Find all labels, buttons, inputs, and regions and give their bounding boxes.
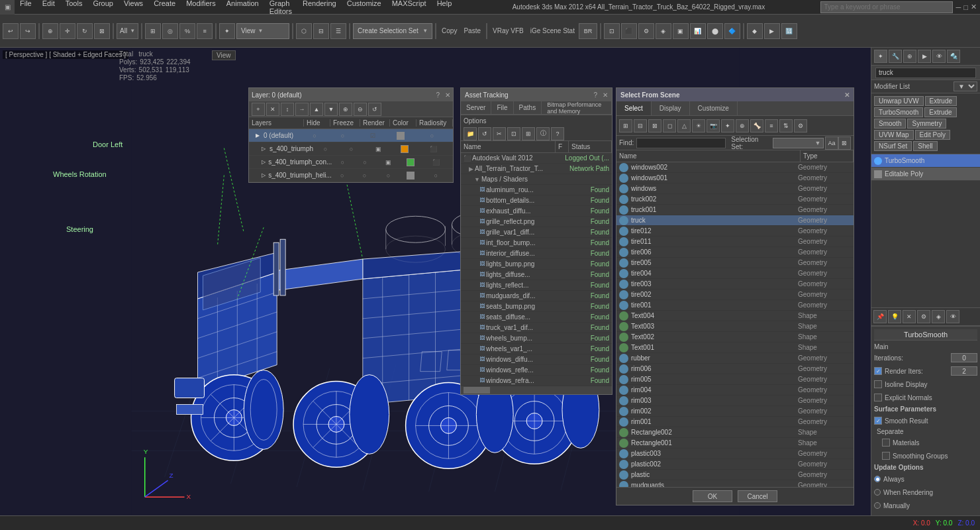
asset-file-interior[interactable]: 🖼interior_diffuse...Found <box>461 248 612 259</box>
maximize-icon[interactable]: □ <box>963 3 968 11</box>
scene-select-all-btn[interactable]: ⊞ <box>619 119 632 132</box>
asset-select-btn[interactable]: ⊡ <box>507 127 520 140</box>
selection-set-dropdown[interactable]: Create Selection Set ▼ <box>353 23 432 39</box>
color-swatch3[interactable] <box>401 158 422 166</box>
menu-customize[interactable]: Customize <box>342 0 387 17</box>
shell-btn[interactable]: Shell <box>913 141 937 151</box>
scene-item-rim001[interactable]: rim001Geometry <box>616 417 854 427</box>
material-editor-btn[interactable]: ◈ <box>656 23 671 39</box>
search-input[interactable] <box>820 1 953 13</box>
scene-case-btn[interactable]: Aa <box>825 136 838 150</box>
configure-btn[interactable]: ⚙ <box>917 310 930 323</box>
scene-item-rim004[interactable]: rim004Geometry <box>616 385 854 396</box>
unwrap-uvw-btn[interactable]: Unwrap UVW <box>874 96 924 106</box>
schematic-btn[interactable]: 🔷 <box>724 23 740 39</box>
object-name-input[interactable] <box>875 68 976 78</box>
freeze-toggle2[interactable]: ○ <box>338 146 365 152</box>
scene-item-rim006[interactable]: rim006Geometry <box>616 364 854 374</box>
snap-btn[interactable]: ⊞ <box>145 23 161 39</box>
quick-render-btn[interactable]: ⬛ <box>621 23 637 39</box>
scene-filter-bone-btn[interactable]: 🦴 <box>750 119 763 132</box>
asset-file-grille-var[interactable]: 🖼grille_var1_diff...Found <box>461 227 612 238</box>
scene-filter-helper-btn[interactable]: ✦ <box>721 119 734 132</box>
asset-tab-paths[interactable]: Paths <box>514 101 542 114</box>
menu-group[interactable]: Group <box>87 0 119 17</box>
scene-item-mudguards[interactable]: mudguardsGeometry <box>616 480 854 487</box>
isoline-checkbox[interactable] <box>874 380 882 388</box>
scene-filter-geo-btn[interactable]: ◻ <box>663 119 676 132</box>
scene-item-windows[interactable]: windowsGeometry <box>616 184 854 194</box>
scene-item-rim003[interactable]: rim003Geometry <box>616 396 854 406</box>
scene-item-tire001[interactable]: tire001Geometry <box>616 300 854 311</box>
render-frame-btn[interactable]: ▣ <box>673 23 689 39</box>
asset-file-alum[interactable]: 🖼aluminum_rou...Found <box>461 185 612 195</box>
color-swatch2[interactable] <box>393 145 417 153</box>
layer-manager-btn[interactable]: ☰ <box>330 23 346 39</box>
remove-mod-btn[interactable]: ✕ <box>903 310 916 323</box>
render-toggle3[interactable]: ▣ <box>377 159 401 166</box>
scene-item-text003[interactable]: Text003Shape <box>616 321 854 332</box>
scene-filter-space-btn[interactable]: ⊕ <box>736 119 749 132</box>
show-result-btn[interactable]: 👁 <box>946 310 959 323</box>
scene-cancel-btn[interactable]: Cancel <box>738 490 777 502</box>
scene-item-truck001[interactable]: truck001Geometry <box>616 205 854 215</box>
symmetry-btn[interactable]: Symmetry <box>907 119 946 129</box>
asset-strip-btn[interactable]: ✂ <box>493 127 506 140</box>
menu-edit[interactable]: Edit <box>37 0 60 17</box>
asset-close-btn[interactable]: ✕ <box>603 91 608 99</box>
rotate-btn[interactable]: ↻ <box>77 23 93 39</box>
selection-set-dropdown[interactable]: ▼ <box>773 138 824 148</box>
scene-ok-btn[interactable]: OK <box>693 490 732 502</box>
scene-item-tire006[interactable]: tire006Geometry <box>616 247 854 258</box>
close-icon[interactable]: ✕ <box>971 3 977 11</box>
menu-create[interactable]: Create <box>148 0 181 17</box>
scene-item-rim002[interactable]: rim002Geometry <box>616 406 854 417</box>
asset-file-mudguards[interactable]: 🖼mudguards_dif...Found <box>461 291 612 301</box>
stack-item-editpoly[interactable]: Editable Poly <box>871 168 980 181</box>
ige-scene-label[interactable]: iGe Scene Stat <box>528 27 577 34</box>
scene-item-rim005[interactable]: rim005Geometry <box>616 374 854 385</box>
mirror-btn[interactable]: ⬡ <box>296 23 312 39</box>
scene-item-rubber[interactable]: rubberGeometry <box>616 353 854 364</box>
layer-freeze-toggle[interactable]: ○ <box>328 132 358 139</box>
scene-item-plastic[interactable]: plasticGeometry <box>616 470 854 480</box>
layer-delete-btn[interactable]: ✕ <box>266 103 279 116</box>
track-view-btn[interactable]: 📊 <box>690 23 706 39</box>
asset-file-windows-refra[interactable]: 🖼windows_refra...Found <box>461 376 612 386</box>
scene-filter-cam-btn[interactable]: 📷 <box>707 119 720 132</box>
frame-counter-btn[interactable]: 🔢 <box>781 23 797 39</box>
menu-rendering[interactable]: Rendering <box>297 0 342 17</box>
scene-item-windows001[interactable]: windows001Geometry <box>616 173 854 184</box>
scene-item-tire002[interactable]: tire002Geometry <box>616 290 854 300</box>
highlight-btn2[interactable]: 💡 <box>888 310 901 323</box>
scene-item-tire011[interactable]: tire011Geometry <box>616 237 854 247</box>
modifier-dropdown[interactable]: ▼ <box>954 81 977 91</box>
ts-iterations-input[interactable] <box>951 353 977 362</box>
asset-file-grille-ref[interactable]: 🖼grille_reflect.pngFound <box>461 217 612 227</box>
scene-item-truck002[interactable]: truck002Geometry <box>616 194 854 205</box>
always-radio[interactable] <box>874 476 881 482</box>
layer-row-s400-triumph[interactable]: ▷ s_400_triumph ○ ○ ▣ ⬛ <box>249 142 453 156</box>
scene-invert-btn[interactable]: ⊠ <box>648 119 662 132</box>
asset-info-btn[interactable]: ⓘ <box>536 127 550 140</box>
layer-new-btn[interactable]: + <box>252 103 265 116</box>
hide-toggle3[interactable]: ○ <box>332 159 353 166</box>
when-rendering-radio[interactable] <box>874 489 881 496</box>
scene-filter-light-btn[interactable]: ☀ <box>692 119 705 132</box>
asset-file-int-floor[interactable]: 🖼int_floor_bump...Found <box>461 238 612 248</box>
scale-btn[interactable]: ⊠ <box>94 23 110 39</box>
render-toggle4[interactable]: ○ <box>376 172 400 179</box>
select-btn[interactable]: ⊕ <box>42 23 58 39</box>
display-tab[interactable]: 👁 <box>932 50 946 63</box>
render-toggle2[interactable]: ▣ <box>365 146 392 152</box>
layer-select-btn[interactable]: ↕ <box>281 103 294 116</box>
view-dropdown[interactable]: View ▼ <box>236 23 289 39</box>
layer-render-toggle[interactable]: ☑ <box>358 132 387 139</box>
asset-reload-btn[interactable]: ↺ <box>478 127 491 140</box>
pin-stack-btn[interactable]: 📌 <box>873 310 887 323</box>
scene-item-truck[interactable]: truckGeometry <box>616 215 854 226</box>
layer-hide-toggle[interactable]: ○ <box>301 132 328 139</box>
asset-file-wheels-bump[interactable]: 🖼wheels_bump...Found <box>461 333 612 344</box>
hierarchy-tab[interactable]: ⊕ <box>903 50 916 63</box>
freeze-toggle4[interactable]: ○ <box>353 172 377 179</box>
